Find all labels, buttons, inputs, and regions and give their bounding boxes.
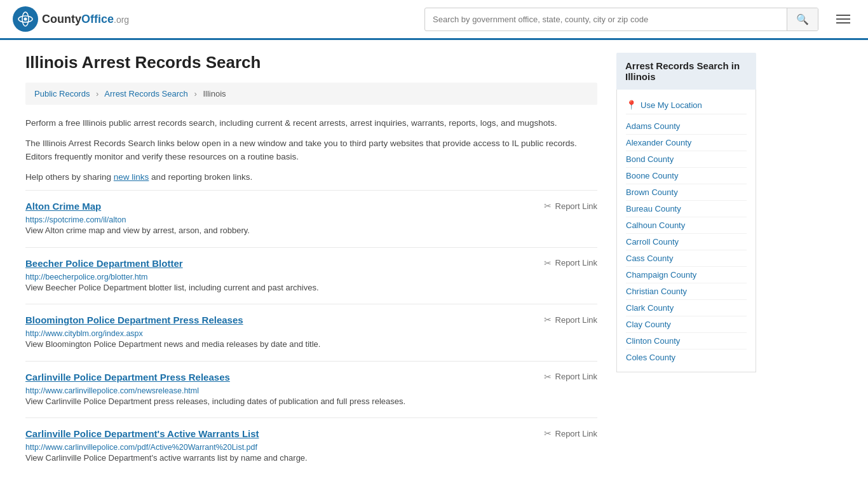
breadcrumb: Public Records › Arrest Records Search ›… xyxy=(25,83,597,105)
result-description: View Alton crime map and view by arrest,… xyxy=(25,224,597,237)
report-link-label: Report Link xyxy=(555,429,597,438)
sidebar-content: 📍 Use My Location Adams CountyAlexander … xyxy=(616,90,756,372)
report-link[interactable]: ✂ Report Link xyxy=(544,258,597,268)
new-links-link[interactable]: new links xyxy=(114,172,149,182)
description-3: Help others by sharing new links and rep… xyxy=(25,170,597,184)
description-1: Perform a free Illinois public arrest re… xyxy=(25,116,597,130)
report-link-label: Report Link xyxy=(555,258,597,268)
result-title[interactable]: Carlinville Police Department's Active W… xyxy=(25,428,259,439)
result-description: View Carlinville Police Department press… xyxy=(25,395,597,408)
breadcrumb-public-records[interactable]: Public Records xyxy=(34,89,90,98)
description-3-pre: Help others by sharing xyxy=(25,172,114,182)
report-link[interactable]: ✂ Report Link xyxy=(544,315,597,325)
result-header: Beecher Police Department Blotter ✂ Repo… xyxy=(25,258,597,269)
result-header: Alton Crime Map ✂ Report Link xyxy=(25,201,597,212)
county-link[interactable]: Bond County xyxy=(626,151,747,168)
result-title[interactable]: Alton Crime Map xyxy=(25,201,101,212)
county-link[interactable]: Christian County xyxy=(626,283,747,300)
location-pin-icon: 📍 xyxy=(626,100,637,110)
result-url[interactable]: https://spotcrime.com/il/alton xyxy=(25,215,126,224)
result-item: Carlinville Police Department Press Rele… xyxy=(25,361,597,418)
county-link[interactable]: Clinton County xyxy=(626,333,747,349)
county-link[interactable]: Calhoun County xyxy=(626,217,747,234)
county-link[interactable]: Adams County xyxy=(626,118,747,135)
result-item: Alton Crime Map ✂ Report Link https://sp… xyxy=(25,190,597,247)
svg-point-3 xyxy=(24,18,27,21)
county-link[interactable]: Carroll County xyxy=(626,234,747,250)
report-link[interactable]: ✂ Report Link xyxy=(544,372,597,382)
result-item: Bloomington Police Department Press Rele… xyxy=(25,304,597,361)
result-title[interactable]: Bloomington Police Department Press Rele… xyxy=(25,315,243,325)
description-3-post: and reporting broken links. xyxy=(149,172,252,182)
breadcrumb-current: Illinois xyxy=(203,89,226,98)
result-item: Carlinville Police Department's Active W… xyxy=(25,417,597,475)
results-container: Alton Crime Map ✂ Report Link https://sp… xyxy=(25,190,597,475)
logo-office: Office xyxy=(81,13,114,25)
site-header: CountyOffice.org 🔍 xyxy=(0,0,868,40)
scissors-icon: ✂ xyxy=(544,428,552,438)
result-description: View Beecher Police Department blotter l… xyxy=(25,281,597,294)
result-description: View Bloomington Police Department news … xyxy=(25,338,597,351)
search-input[interactable] xyxy=(425,10,787,29)
search-icon: 🔍 xyxy=(796,14,809,25)
scissors-icon: ✂ xyxy=(544,372,552,382)
search-bar: 🔍 xyxy=(424,8,818,31)
report-link-label: Report Link xyxy=(555,201,597,211)
report-link[interactable]: ✂ Report Link xyxy=(544,428,597,438)
county-link[interactable]: Boone County xyxy=(626,168,747,184)
scissors-icon: ✂ xyxy=(544,258,552,268)
search-button[interactable]: 🔍 xyxy=(787,8,818,30)
result-header: Carlinville Police Department's Active W… xyxy=(25,428,597,439)
result-url[interactable]: http://www.cityblm.org/index.aspx xyxy=(25,329,143,338)
sidebar-title: Arrest Records Search in Illinois xyxy=(616,53,756,90)
main-container: Illinois Arrest Records Search Public Re… xyxy=(0,40,868,487)
breadcrumb-arrest-records[interactable]: Arrest Records Search xyxy=(104,89,188,98)
use-location-label: Use My Location xyxy=(641,100,702,110)
result-description: View Carlinville Police Department's act… xyxy=(25,452,597,464)
report-link-label: Report Link xyxy=(555,315,597,325)
county-link[interactable]: Bureau County xyxy=(626,201,747,217)
county-link[interactable]: Clay County xyxy=(626,316,747,333)
menu-bar-3 xyxy=(836,22,850,24)
result-title[interactable]: Carlinville Police Department Press Rele… xyxy=(25,372,230,383)
logo-icon xyxy=(13,6,38,32)
county-link[interactable]: Cass County xyxy=(626,250,747,267)
county-links-container: Adams CountyAlexander CountyBond CountyB… xyxy=(626,118,747,365)
result-url[interactable]: http://www.carlinvillepolice.com/newsrel… xyxy=(25,386,199,395)
result-header: Bloomington Police Department Press Rele… xyxy=(25,315,597,325)
logo-text: CountyOffice.org xyxy=(42,13,129,26)
report-link-label: Report Link xyxy=(555,372,597,381)
result-item: Beecher Police Department Blotter ✂ Repo… xyxy=(25,247,597,304)
menu-bar-1 xyxy=(836,15,850,16)
scissors-icon: ✂ xyxy=(544,201,552,211)
description-2: The Illinois Arrest Records Search links… xyxy=(25,137,597,164)
scissors-icon: ✂ xyxy=(544,315,552,325)
sidebar: Arrest Records Search in Illinois 📍 Use … xyxy=(616,53,756,475)
county-link[interactable]: Brown County xyxy=(626,184,747,201)
county-link[interactable]: Coles County xyxy=(626,349,747,365)
county-link[interactable]: Alexander County xyxy=(626,135,747,151)
use-location-link[interactable]: 📍 Use My Location xyxy=(626,96,747,114)
county-link[interactable]: Clark County xyxy=(626,300,747,316)
content-area: Illinois Arrest Records Search Public Re… xyxy=(25,53,597,475)
result-title[interactable]: Beecher Police Department Blotter xyxy=(25,258,183,269)
result-header: Carlinville Police Department Press Rele… xyxy=(25,372,597,383)
breadcrumb-sep-1: › xyxy=(96,89,98,98)
logo-domain: .org xyxy=(114,15,129,25)
logo-link[interactable]: CountyOffice.org xyxy=(13,6,129,32)
county-link[interactable]: Champaign County xyxy=(626,267,747,283)
breadcrumb-sep-2: › xyxy=(194,89,196,98)
report-link[interactable]: ✂ Report Link xyxy=(544,201,597,211)
menu-button[interactable] xyxy=(831,12,855,26)
menu-bar-2 xyxy=(836,18,850,20)
result-url[interactable]: http://www.carlinvillepolice.com/pdf/Act… xyxy=(25,443,257,452)
page-title: Illinois Arrest Records Search xyxy=(25,53,597,72)
result-url[interactable]: http://beecherpolice.org/blotter.htm xyxy=(25,273,147,281)
